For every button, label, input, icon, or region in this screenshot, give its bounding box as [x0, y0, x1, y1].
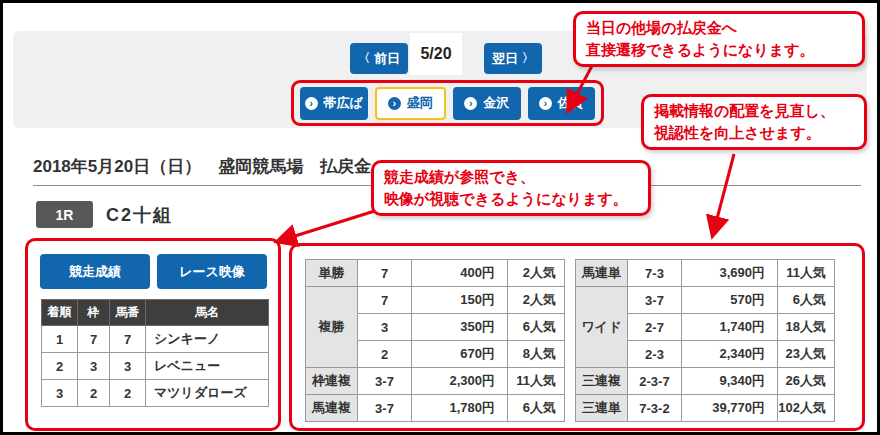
chevron-right-icon: 〉: [522, 50, 534, 67]
arrow-circle-icon: ›: [305, 97, 318, 110]
amount-cell: 350円: [412, 314, 508, 341]
track-button-saga[interactable]: › 佐賀: [528, 87, 596, 120]
combination-cell: 7-3: [628, 260, 682, 287]
race-panel-highlight: 競走成績 レース映像 着順 枠 馬番 馬名 1 7 7 シンキーノ 2: [25, 238, 281, 431]
annotation-line: 映像が視聴できるようになります。: [384, 188, 638, 210]
number-cell: 2: [110, 380, 146, 407]
annotation-results: 競走成績が参照でき、 映像が視聴できるようになります。: [371, 160, 651, 216]
track-button-morioka[interactable]: › 盛岡: [375, 87, 447, 120]
payout-row: ワイド 3-7 570円 6人気: [576, 287, 835, 314]
column-header-horse: 馬名: [146, 300, 269, 326]
combination-cell: 2-3: [628, 341, 682, 368]
payout-row: 複勝 7 150円 2人気: [306, 287, 565, 314]
race-results-button[interactable]: 競走成績: [40, 254, 150, 289]
prev-day-label: 前日: [374, 50, 400, 68]
number-cell: 7: [110, 326, 146, 353]
amount-cell: 1,780円: [412, 395, 508, 422]
race-video-button[interactable]: レース映像: [157, 254, 267, 289]
table-header-row: 着順 枠 馬番 馬名: [42, 300, 269, 326]
popularity-cell: 2人気: [508, 287, 565, 314]
track-label: 盛岡: [407, 94, 433, 112]
next-day-button[interactable]: 翌日 〉: [484, 43, 542, 74]
frame-cell: 2: [78, 380, 110, 407]
bet-type-label: 三連単: [576, 395, 628, 422]
current-date: 5/20: [410, 33, 462, 75]
finish-cell: 3: [42, 380, 78, 407]
popularity-cell: 26人気: [778, 368, 835, 395]
next-day-label: 翌日: [492, 50, 518, 68]
payout-table-left: 単勝 7 400円 2人気 複勝 7 150円 2人気 3 350円 6人気: [305, 259, 565, 422]
amount-cell: 2,300円: [412, 368, 508, 395]
page: 〈 前日 5/20 翌日 〉 › 帯広ば › 盛岡 › 金沢 › 佐賀 2018…: [0, 0, 880, 435]
popularity-cell: 23人気: [778, 341, 835, 368]
bet-type-label: 三連複: [576, 368, 628, 395]
frame-cell: 7: [78, 326, 110, 353]
track-label: 佐賀: [558, 94, 584, 112]
bet-type-label: 馬連単: [576, 260, 628, 287]
horse-name-cell: マツリダローズ: [146, 380, 269, 407]
table-row: 1 7 7 シンキーノ: [42, 326, 269, 353]
arrow-circle-icon: ›: [539, 97, 552, 110]
track-label: 金沢: [483, 94, 509, 112]
payout-row: 単勝 7 400円 2人気: [306, 260, 565, 287]
finish-cell: 2: [42, 353, 78, 380]
annotation-other-tracks: 当日の他場の払戻金へ 直接遷移できるようになります。: [573, 11, 865, 67]
combination-cell: 7-3-2: [628, 395, 682, 422]
combination-cell: 3-7: [358, 395, 412, 422]
track-button-obihiro[interactable]: › 帯広ば: [300, 87, 368, 120]
amount-cell: 570円: [682, 287, 778, 314]
race-results-table: 着順 枠 馬番 馬名 1 7 7 シンキーノ 2 3 3 レベニュー: [41, 299, 269, 407]
payout-row: 三連単 7-3-2 39,770円 102人気: [576, 395, 835, 422]
popularity-cell: 6人気: [508, 395, 565, 422]
bet-type-label: ワイド: [576, 287, 628, 368]
annotation-line: 直接遷移できるようになります。: [586, 39, 852, 61]
popularity-cell: 8人気: [508, 341, 565, 368]
number-cell: 3: [110, 353, 146, 380]
annotation-layout: 掲載情報の配置を見直し、 視認性を向上させます。: [641, 94, 867, 150]
amount-cell: 39,770円: [682, 395, 778, 422]
bet-type-label: 複勝: [306, 287, 358, 368]
horse-name-cell: レベニュー: [146, 353, 269, 380]
chevron-left-icon: 〈: [358, 50, 370, 67]
combination-cell: 2-3-7: [628, 368, 682, 395]
amount-cell: 400円: [412, 260, 508, 287]
track-buttons-highlight: › 帯広ば › 盛岡 › 金沢 › 佐賀: [291, 80, 604, 126]
bet-type-label: 馬連複: [306, 395, 358, 422]
table-row: 3 2 2 マツリダローズ: [42, 380, 269, 407]
payout-row: 馬連複 3-7 1,780円 6人気: [306, 395, 565, 422]
table-row: 2 3 3 レベニュー: [42, 353, 269, 380]
payout-row: 枠連複 3-7 2,300円 11人気: [306, 368, 565, 395]
track-label: 帯広ば: [324, 94, 363, 112]
column-header-finish: 着順: [42, 300, 78, 326]
horse-name-cell: シンキーノ: [146, 326, 269, 353]
column-header-frame: 枠: [78, 300, 110, 326]
amount-cell: 670円: [412, 341, 508, 368]
popularity-cell: 2人気: [508, 260, 565, 287]
amount-cell: 150円: [412, 287, 508, 314]
combination-cell: 3-7: [628, 287, 682, 314]
finish-cell: 1: [42, 326, 78, 353]
payout-table-right: 馬連単 7-3 3,690円 11人気 ワイド 3-7 570円 6人気 2-7…: [575, 259, 835, 422]
bet-type-label: 単勝: [306, 260, 358, 287]
payout-row: 三連複 2-3-7 9,340円 26人気: [576, 368, 835, 395]
prev-day-button[interactable]: 〈 前日: [350, 43, 408, 74]
arrow-to-race-panel: [279, 209, 381, 241]
popularity-cell: 18人気: [778, 314, 835, 341]
amount-cell: 9,340円: [682, 368, 778, 395]
popularity-cell: 102人気: [778, 395, 835, 422]
amount-cell: 2,340円: [682, 341, 778, 368]
combination-cell: 7: [358, 287, 412, 314]
annotation-line: 視認性を向上させます。: [654, 122, 854, 144]
popularity-cell: 6人気: [778, 287, 835, 314]
track-button-kanazawa[interactable]: › 金沢: [453, 87, 521, 120]
annotation-line: 競走成績が参照でき、: [384, 166, 638, 188]
bet-type-label: 枠連複: [306, 368, 358, 395]
race-number-badge: 1R: [36, 201, 93, 228]
arrow-circle-icon: ›: [464, 97, 477, 110]
amount-cell: 3,690円: [682, 260, 778, 287]
arrow-circle-icon: ›: [388, 97, 401, 110]
popularity-cell: 11人気: [508, 368, 565, 395]
amount-cell: 1,740円: [682, 314, 778, 341]
combination-cell: 2: [358, 341, 412, 368]
combination-cell: 3: [358, 314, 412, 341]
